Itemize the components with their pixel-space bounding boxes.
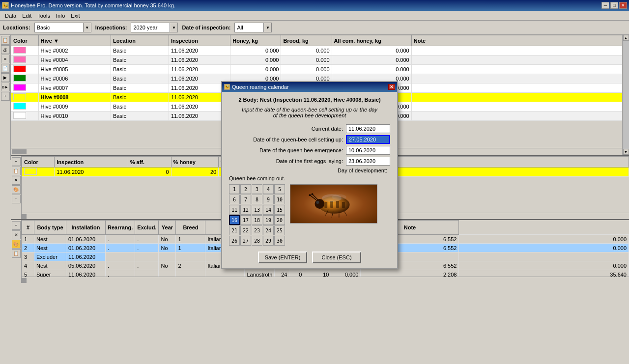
cal-day-8[interactable]: 8 (252, 195, 262, 204)
cal-day-23[interactable]: 23 (252, 225, 262, 235)
calendar-grid: 1 2 3 4 5 6 7 8 9 10 11 (229, 184, 285, 246)
cal-day-24[interactable]: 24 (263, 225, 274, 235)
cal-day-13[interactable]: 13 (252, 205, 262, 215)
emergence-input[interactable] (346, 146, 390, 155)
cal-day-18[interactable]: 18 (252, 215, 262, 225)
svg-point-9 (332, 194, 346, 200)
svg-point-12 (312, 193, 314, 195)
current-date-field: Current date: (229, 124, 390, 133)
cal-day-1[interactable]: 1 (229, 184, 240, 194)
cal-day-10[interactable]: 10 (274, 195, 285, 204)
cal-day-26[interactable]: 26 (229, 236, 240, 246)
svg-rect-2 (324, 202, 327, 208)
cell-setting-field: Date of the queen-bee cell setting up: (229, 135, 390, 144)
development-label: Day of development: (229, 168, 390, 173)
current-date-input[interactable] (346, 124, 390, 133)
bee-svg (290, 184, 377, 224)
cal-day-30[interactable]: 30 (274, 236, 285, 246)
cal-day-21[interactable]: 21 (229, 225, 240, 235)
dialog-subtitle: 2 Body: Nest (Inspection 11.06.2020, Hiv… (229, 97, 390, 103)
cal-day-11[interactable]: 11 (229, 205, 240, 215)
cal-day-20[interactable]: 20 (274, 215, 285, 225)
cal-day-16[interactable]: 16 (229, 215, 240, 225)
emergence-label: Date of the queen bee emergence: (229, 147, 346, 153)
development-field: Day of development: (229, 168, 390, 173)
first-eggs-label: Date of the first eggs laying: (229, 158, 346, 164)
cal-day-25[interactable]: 25 (274, 225, 285, 235)
cal-day-9[interactable]: 9 (263, 195, 274, 204)
cal-day-2[interactable]: 2 (240, 184, 251, 194)
cal-day-27[interactable]: 27 (240, 236, 251, 246)
cal-day-6[interactable]: 6 (229, 195, 240, 204)
cal-day-29[interactable]: 29 (263, 236, 274, 246)
cell-setting-input[interactable] (346, 135, 390, 144)
dialog-instruction: Input the date of the queen-bee cell set… (229, 107, 390, 118)
cal-day-14[interactable]: 14 (263, 205, 274, 215)
current-date-label: Current date: (229, 126, 346, 132)
svg-rect-3 (330, 201, 333, 208)
cal-day-3[interactable]: 3 (252, 184, 262, 194)
dialog-title-bar: 🐝 Queen rearing calendar ✕ (222, 82, 397, 92)
dialog-body: 2 Body: Nest (Inspection 11.06.2020, Hiv… (222, 92, 397, 268)
dialog-icon: 🐝 (224, 84, 230, 90)
modal-overlay: 🐝 Queen rearing calendar ✕ 2 Body: Nest … (0, 0, 629, 362)
save-button[interactable]: Save (ENTER) (258, 252, 307, 263)
close-esc-button[interactable]: Close (ESC) (312, 252, 361, 263)
cal-day-5[interactable]: 5 (274, 184, 285, 194)
dialog-close-x[interactable]: ✕ (388, 84, 395, 90)
svg-rect-5 (342, 202, 345, 208)
emergence-field: Date of the queen bee emergence: (229, 146, 390, 155)
cal-day-12[interactable]: 12 (240, 205, 251, 215)
cal-day-17[interactable]: 17 (240, 215, 251, 225)
svg-point-13 (309, 194, 311, 196)
cal-day-7[interactable]: 7 (240, 195, 251, 204)
dialog-title-text: Queen rearing calendar (232, 84, 289, 90)
cal-day-28[interactable]: 28 (252, 236, 262, 246)
bee-image (290, 184, 377, 224)
cal-day-19[interactable]: 19 (263, 215, 274, 225)
queen-rearing-dialog: 🐝 Queen rearing calendar ✕ 2 Body: Nest … (221, 81, 398, 269)
svg-point-6 (314, 199, 324, 209)
development-status: Queen bee coming out. (229, 175, 390, 181)
cal-day-4[interactable]: 4 (263, 184, 274, 194)
cal-day-15[interactable]: 15 (274, 205, 285, 215)
svg-point-7 (316, 201, 319, 204)
cal-day-22[interactable]: 22 (240, 225, 251, 235)
first-eggs-field: Date of the first eggs laying: (229, 157, 390, 166)
cell-setting-label: Date of the queen-bee cell setting up: (229, 137, 346, 142)
first-eggs-input[interactable] (346, 157, 390, 166)
svg-rect-4 (336, 201, 339, 208)
dialog-buttons: Save (ENTER) Close (ESC) (229, 252, 390, 263)
